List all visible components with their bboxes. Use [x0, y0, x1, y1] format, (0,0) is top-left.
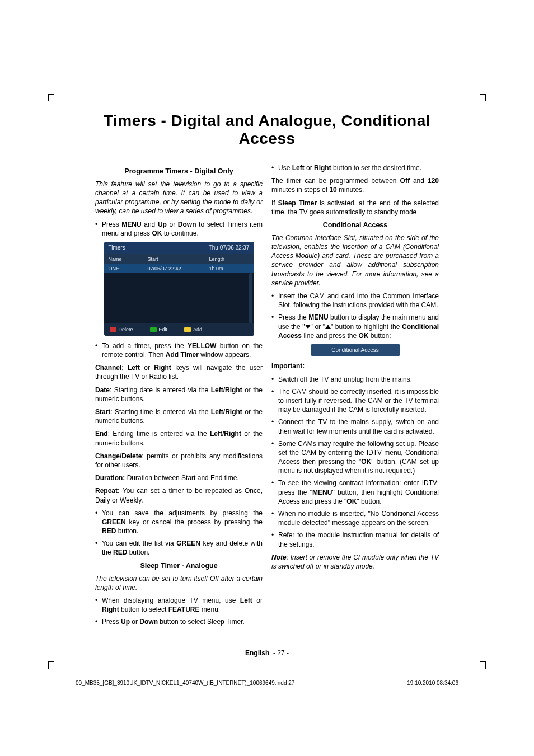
sleep-timer-range: The timer can be programmed between Off … [271, 176, 439, 194]
important-label: Important: [271, 361, 439, 370]
field-channel: Channel: Left or Right keys will navigat… [95, 363, 263, 381]
down-arrow-icon [305, 325, 311, 329]
left-column: Programme Timers - Digital Only This fea… [95, 163, 263, 630]
conditional-access-osd-bar: Conditional Access [311, 344, 400, 356]
ci-note: Note: Insert or remove the CI module onl… [271, 553, 439, 571]
field-end: End: Ending time is entered via the Left… [95, 429, 263, 447]
print-footer: 00_MB35_[GB]_3910UK_IDTV_NICKEL1_40740W_… [76, 680, 458, 686]
programme-timers-intro: This feature will set the television to … [95, 180, 263, 216]
important-item-5: To see the viewing contract information:… [271, 478, 439, 506]
section-heading-programme-timers: Programme Timers - Digital Only [95, 167, 263, 176]
timers-osd-screenshot: Timers Thu 07/06 22:37 Name Start Length… [104, 242, 254, 336]
field-change-delete: Change/Delete: permits or prohibits any … [95, 452, 263, 469]
page-footer-center: English - 27 - [95, 649, 439, 657]
instruction-edit-delete: You can edit the list via GREEN key and … [95, 539, 263, 557]
sleep-timer-activated: If Sleep Timer is activated, at the end … [271, 199, 439, 217]
ca-instruction-insert: Insert the CAM and card into the Common … [271, 292, 439, 309]
conditional-access-intro: The Common Interface Slot, situated on t… [271, 233, 439, 288]
important-item-2: The CAM should be correctly inserted, it… [271, 387, 439, 415]
red-button-icon [110, 327, 116, 332]
field-date: Date: Starting date is entered via the L… [95, 386, 263, 403]
page-title: Timers - Digital and Analogue, Condition… [95, 112, 439, 148]
important-item-1: Switch off the TV and unplug from the ma… [271, 375, 439, 384]
green-button-icon [150, 327, 157, 332]
up-arrow-icon [325, 325, 331, 329]
sleep-timer-intro: The television can be set to turn itself… [95, 574, 263, 592]
instruction-save-cancel: You can save the adjustments by pressing… [95, 509, 263, 536]
important-item-6: When no module is inserted, "No Conditio… [271, 509, 439, 527]
section-heading-conditional-access: Conditional Access [271, 220, 439, 230]
important-item-7: Refer to the module instruction manual f… [271, 530, 439, 548]
important-item-4: Some CAMs may require the following set … [271, 439, 439, 476]
instruction-press-menu: Press MENU and Up or Down to select Time… [95, 220, 263, 238]
print-timestamp: 19.10.2010 08:34:06 [407, 680, 458, 686]
instruction-add-timer: To add a timer, press the YELLOW button … [95, 341, 263, 359]
timers-osd-title: Timers [109, 244, 125, 252]
indd-filename: 00_MB35_[GB]_3910UK_IDTV_NICKEL1_40740W_… [76, 680, 294, 686]
timers-osd-header: Name Start Length [104, 254, 254, 264]
field-duration: Duration: Duration between Start and End… [95, 473, 263, 482]
right-column: Use Left or Right button to set the desi… [271, 163, 439, 630]
sleep-instruction-3: Use Left or Right button to set the desi… [271, 163, 439, 172]
two-column-layout: Programme Timers - Digital Only This fea… [95, 163, 439, 630]
sleep-instruction-1: When displaying analogue TV menu, use Le… [95, 596, 263, 614]
field-repeat: Repeat: You can set a timer to be repeat… [95, 486, 263, 504]
sleep-instruction-2: Press Up or Down button to select Sleep … [95, 617, 263, 626]
timers-osd-row: ONE 07/06/07 22:42 1h 0m [104, 264, 254, 273]
section-heading-sleep-timer: Sleep Timer - Analogue [95, 561, 263, 571]
scrollbar-icon [249, 273, 252, 323]
field-start: Start: Starting time is entered via the … [95, 407, 263, 425]
timers-osd-footer: Delete Edit Add [104, 323, 254, 336]
important-item-3: Connect the TV to the mains supply, swit… [271, 417, 439, 435]
page-content: Timers - Digital and Analogue, Condition… [95, 112, 439, 630]
timers-osd-clock: Thu 07/06 22:37 [209, 244, 250, 252]
yellow-button-icon [184, 327, 191, 332]
ca-instruction-menu: Press the MENU button to display the mai… [271, 313, 439, 340]
